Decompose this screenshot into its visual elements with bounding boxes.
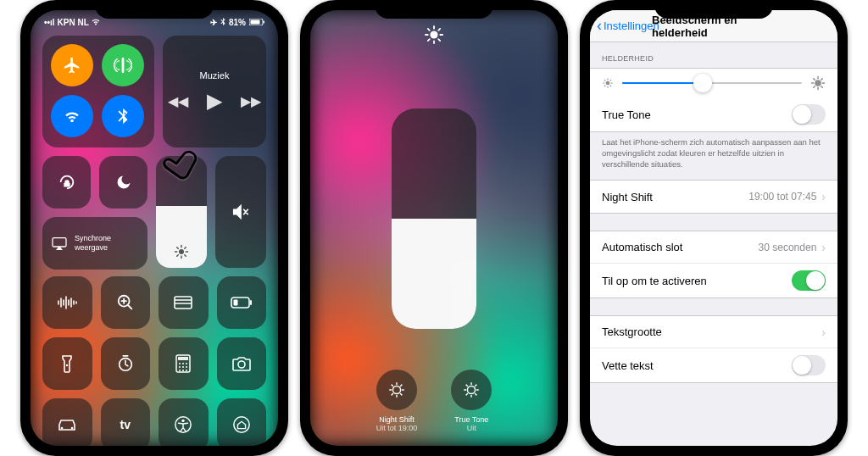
svg-point-25 [71,427,74,430]
true-tone-icon [462,381,481,399]
svg-rect-2 [264,20,265,23]
night-shift-label: Night Shift [602,191,653,203]
svg-point-29 [430,31,437,38]
sun-large-icon [425,25,443,44]
night-shift-cell[interactable]: Night Shift 19:00 tot 07:45› [590,181,837,213]
svg-point-20 [179,370,181,371]
next-track-icon[interactable]: ▶▶ [241,93,261,109]
svg-point-19 [186,366,187,368]
battery-percent: 81% [229,18,246,27]
appletv-icon: tv [120,418,131,431]
svg-rect-8 [250,300,252,305]
waveform-icon [57,296,77,309]
true-tone-footnote: Laat het iPhone-scherm zich automatisch … [590,132,837,180]
text-size-cell[interactable]: Tekstgrootte › [590,316,837,348]
timer-button[interactable] [101,337,151,390]
signal-icon: ••ıl [44,18,55,27]
wifi-toggle[interactable] [51,95,93,137]
svg-rect-3 [53,238,66,247]
flashlight-icon [61,354,73,373]
bold-text-switch[interactable] [792,355,826,375]
screen-mirroring-label: Synchrone weergave [75,234,139,253]
plane-status-icon: ✈ [210,18,217,27]
true-tone-cell[interactable]: True Tone [590,97,837,131]
battery-icon [249,18,264,27]
brightness-setting-slider[interactable] [590,69,837,97]
nav-back-button[interactable]: ‹ Instellingen [597,17,659,35]
bluetooth-status-icon [220,18,225,27]
chevron-left-icon: ‹ [597,17,602,35]
chevron-right-icon: › [821,325,826,339]
carrier-label: KPN NL [58,18,89,27]
nav-back-label: Instellingen [604,19,659,32]
screen-mirroring-tile[interactable]: Synchrone weergave [42,217,147,270]
connectivity-group[interactable] [42,36,154,147]
rotation-lock-icon [58,173,76,192]
airplay-icon [51,236,68,250]
raise-to-wake-switch[interactable] [792,270,826,291]
prev-track-icon[interactable]: ◀◀ [168,93,188,109]
accessibility-button[interactable] [159,398,209,446]
sun-large-setting-icon [810,75,826,91]
true-tone-title: True Tone [454,415,488,424]
cellular-data-toggle[interactable] [102,44,144,86]
svg-point-15 [182,363,184,364]
carplay-button[interactable] [42,398,92,446]
bold-text-cell[interactable]: Vette tekst [590,348,837,382]
svg-rect-13 [178,357,188,360]
auto-lock-cell[interactable]: Automatisch slot 30 seconden› [590,231,837,264]
night-shift-toggle[interactable]: Night ShiftUit tot 19:00 [376,370,418,432]
svg-point-17 [179,366,181,368]
voice-memo-button[interactable] [42,276,92,329]
wallet-button[interactable] [159,276,209,329]
true-tone-toggle[interactable]: True ToneUit [451,370,492,432]
music-tile[interactable]: Muziek ◀◀ ▶ ▶▶ [163,36,266,147]
svg-point-14 [179,363,181,364]
phone-control-center: ••ıl KPN NL ✈ 81% [20,0,288,456]
orientation-lock-toggle[interactable] [42,156,91,209]
auto-lock-value: 30 seconden [759,242,817,253]
magnifier-icon [116,293,135,312]
svg-rect-9 [233,300,237,306]
volume-slider[interactable] [215,156,266,268]
music-label: Muziek [200,70,230,81]
svg-rect-1 [251,19,260,24]
phone-settings: ‹ Instellingen Beeldscherm en helderheid… [580,0,848,456]
do-not-disturb-toggle[interactable] [99,156,147,209]
svg-point-31 [468,386,476,393]
raise-to-wake-label: Til op om te activeren [602,275,707,287]
mute-icon [231,203,250,221]
brightness-header: HELDERHEID [590,42,837,68]
svg-point-21 [182,370,184,371]
svg-point-27 [182,420,185,422]
bluetooth-toggle[interactable] [102,95,144,137]
calculator-button[interactable] [159,337,209,390]
play-icon[interactable]: ▶ [207,89,222,113]
svg-point-22 [186,370,187,371]
moon-icon [115,174,132,191]
airplane-icon [63,56,81,75]
camera-icon [231,356,252,371]
home-button[interactable] [217,398,267,446]
wallet-icon [173,295,193,310]
true-tone-subtitle: Uit [454,424,488,432]
airplane-mode-toggle[interactable] [51,44,93,86]
true-tone-label: True Tone [602,108,651,121]
brightness-large-slider[interactable] [392,108,476,329]
chevron-right-icon: › [821,241,826,254]
raise-to-wake-cell[interactable]: Til op om te activeren [590,264,837,298]
true-tone-switch[interactable] [792,104,826,125]
phone-brightness-panel: Night ShiftUit tot 19:00 True ToneUit [300,0,568,456]
bluetooth-icon [114,107,132,125]
svg-rect-6 [175,297,192,309]
svg-point-30 [392,386,400,393]
accessibility-icon [174,415,192,434]
calculator-icon [175,354,191,373]
low-power-button[interactable] [217,276,267,329]
camera-button[interactable] [217,337,267,390]
flashlight-button[interactable] [42,337,92,390]
battery-low-icon [231,297,253,309]
magnifier-button[interactable] [101,276,151,329]
appletv-remote-button[interactable]: tv [101,398,151,446]
antenna-icon [114,56,132,75]
